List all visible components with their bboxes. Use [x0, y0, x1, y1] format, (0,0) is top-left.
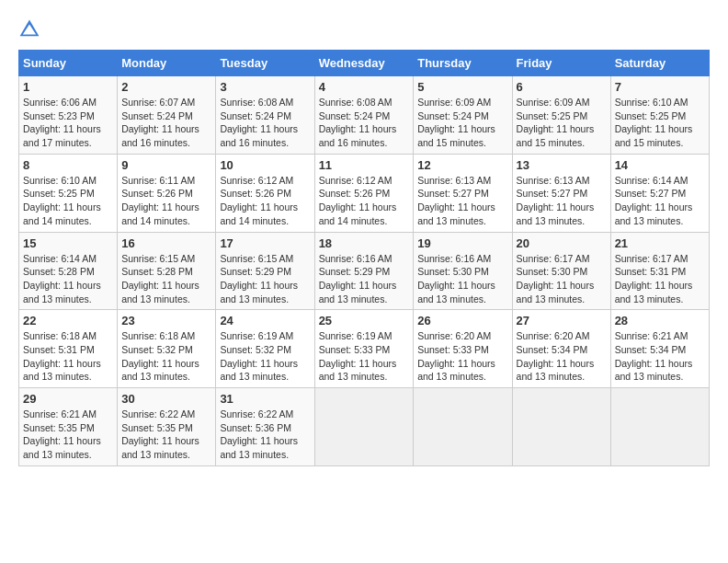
day-number: 26	[417, 314, 507, 327]
day-number: 20	[517, 236, 607, 250]
day-number: 10	[220, 158, 310, 172]
day-info: Sunrise: 6:12 AMSunset: 5:26 PMDaylight:…	[319, 175, 397, 226]
table-row: 8 Sunrise: 6:10 AMSunset: 5:25 PMDayligh…	[19, 154, 118, 232]
day-number: 18	[319, 236, 410, 250]
table-row	[414, 388, 512, 466]
day-info: Sunrise: 6:10 AMSunset: 5:25 PMDaylight:…	[23, 175, 101, 226]
table-row	[610, 388, 709, 466]
calendar-weekday: Thursday	[414, 51, 512, 76]
day-info: Sunrise: 6:20 AMSunset: 5:33 PMDaylight:…	[417, 330, 495, 382]
day-number: 13	[517, 158, 607, 172]
day-number: 6	[517, 80, 607, 94]
day-info: Sunrise: 6:14 AMSunset: 5:27 PMDaylight:…	[615, 175, 693, 226]
day-number: 29	[23, 392, 113, 406]
day-info: Sunrise: 6:08 AMSunset: 5:24 PMDaylight:…	[319, 97, 397, 148]
day-number: 21	[615, 236, 705, 250]
day-info: Sunrise: 6:22 AMSunset: 5:36 PMDaylight:…	[220, 408, 298, 460]
table-row: 16 Sunrise: 6:15 AMSunset: 5:28 PMDaylig…	[118, 232, 216, 310]
day-number: 9	[121, 158, 211, 172]
day-number: 2	[121, 80, 211, 94]
day-info: Sunrise: 6:21 AMSunset: 5:34 PMDaylight:…	[615, 330, 693, 382]
table-row: 18 Sunrise: 6:16 AMSunset: 5:29 PMDaylig…	[314, 232, 414, 310]
day-number: 22	[23, 314, 113, 327]
calendar-weekday: Saturday	[610, 51, 709, 76]
table-row: 26 Sunrise: 6:20 AMSunset: 5:33 PMDaylig…	[414, 310, 512, 388]
table-row: 7 Sunrise: 6:10 AMSunset: 5:25 PMDayligh…	[610, 76, 709, 155]
day-info: Sunrise: 6:07 AMSunset: 5:24 PMDaylight:…	[121, 97, 199, 148]
day-number: 4	[319, 80, 410, 94]
table-row: 12 Sunrise: 6:13 AMSunset: 5:27 PMDaylig…	[414, 154, 512, 232]
table-row: 4 Sunrise: 6:08 AMSunset: 5:24 PMDayligh…	[314, 76, 414, 155]
table-row: 30 Sunrise: 6:22 AMSunset: 5:35 PMDaylig…	[118, 388, 216, 466]
day-info: Sunrise: 6:22 AMSunset: 5:35 PMDaylight:…	[121, 408, 199, 460]
logo	[18, 18, 44, 40]
day-number: 23	[121, 314, 211, 327]
day-number: 19	[417, 236, 507, 250]
table-row: 17 Sunrise: 6:15 AMSunset: 5:29 PMDaylig…	[216, 232, 314, 310]
table-row: 23 Sunrise: 6:18 AMSunset: 5:32 PMDaylig…	[118, 310, 216, 388]
day-info: Sunrise: 6:19 AMSunset: 5:33 PMDaylight:…	[319, 330, 397, 382]
day-number: 15	[23, 236, 113, 250]
table-row: 15 Sunrise: 6:14 AMSunset: 5:28 PMDaylig…	[19, 232, 118, 310]
day-info: Sunrise: 6:18 AMSunset: 5:31 PMDaylight:…	[23, 330, 101, 382]
logo-icon	[18, 18, 40, 40]
calendar-weekday: Tuesday	[216, 51, 314, 76]
day-number: 3	[220, 80, 310, 94]
calendar-weekday: Sunday	[19, 51, 118, 76]
day-info: Sunrise: 6:21 AMSunset: 5:35 PMDaylight:…	[23, 408, 101, 460]
table-row: 14 Sunrise: 6:14 AMSunset: 5:27 PMDaylig…	[610, 154, 709, 232]
table-row: 19 Sunrise: 6:16 AMSunset: 5:30 PMDaylig…	[414, 232, 512, 310]
table-row: 27 Sunrise: 6:20 AMSunset: 5:34 PMDaylig…	[512, 310, 610, 388]
day-info: Sunrise: 6:19 AMSunset: 5:32 PMDaylight:…	[220, 330, 298, 382]
day-info: Sunrise: 6:09 AMSunset: 5:25 PMDaylight:…	[517, 97, 595, 148]
day-number: 7	[615, 80, 705, 94]
day-info: Sunrise: 6:14 AMSunset: 5:28 PMDaylight:…	[23, 253, 101, 304]
day-info: Sunrise: 6:16 AMSunset: 5:30 PMDaylight:…	[417, 253, 495, 304]
day-number: 24	[220, 314, 310, 327]
day-info: Sunrise: 6:09 AMSunset: 5:24 PMDaylight:…	[417, 97, 495, 148]
table-row	[512, 388, 610, 466]
calendar-weekday: Monday	[118, 51, 216, 76]
day-number: 1	[23, 80, 113, 94]
day-info: Sunrise: 6:12 AMSunset: 5:26 PMDaylight:…	[220, 175, 298, 226]
page-header	[18, 18, 710, 40]
table-row: 10 Sunrise: 6:12 AMSunset: 5:26 PMDaylig…	[216, 154, 314, 232]
day-info: Sunrise: 6:18 AMSunset: 5:32 PMDaylight:…	[121, 330, 199, 382]
calendar-weekday: Wednesday	[314, 51, 414, 76]
day-number: 5	[417, 80, 507, 94]
table-row: 13 Sunrise: 6:13 AMSunset: 5:27 PMDaylig…	[512, 154, 610, 232]
table-row: 24 Sunrise: 6:19 AMSunset: 5:32 PMDaylig…	[216, 310, 314, 388]
calendar-table: SundayMondayTuesdayWednesdayThursdayFrid…	[18, 50, 710, 466]
table-row: 25 Sunrise: 6:19 AMSunset: 5:33 PMDaylig…	[314, 310, 414, 388]
day-number: 27	[517, 314, 607, 327]
table-row	[314, 388, 414, 466]
day-info: Sunrise: 6:15 AMSunset: 5:29 PMDaylight:…	[220, 253, 298, 304]
table-row: 3 Sunrise: 6:08 AMSunset: 5:24 PMDayligh…	[216, 76, 314, 155]
day-number: 12	[417, 158, 507, 172]
day-number: 28	[615, 314, 705, 327]
calendar-weekday: Friday	[512, 51, 610, 76]
day-number: 16	[121, 236, 211, 250]
day-info: Sunrise: 6:15 AMSunset: 5:28 PMDaylight:…	[121, 253, 199, 304]
table-row: 6 Sunrise: 6:09 AMSunset: 5:25 PMDayligh…	[512, 76, 610, 155]
day-info: Sunrise: 6:13 AMSunset: 5:27 PMDaylight:…	[517, 175, 595, 226]
table-row: 20 Sunrise: 6:17 AMSunset: 5:30 PMDaylig…	[512, 232, 610, 310]
table-row: 11 Sunrise: 6:12 AMSunset: 5:26 PMDaylig…	[314, 154, 414, 232]
day-info: Sunrise: 6:16 AMSunset: 5:29 PMDaylight:…	[319, 253, 397, 304]
day-info: Sunrise: 6:06 AMSunset: 5:23 PMDaylight:…	[23, 97, 101, 148]
day-info: Sunrise: 6:08 AMSunset: 5:24 PMDaylight:…	[220, 97, 298, 148]
day-number: 11	[319, 158, 410, 172]
day-number: 30	[121, 392, 211, 406]
table-row: 22 Sunrise: 6:18 AMSunset: 5:31 PMDaylig…	[19, 310, 118, 388]
table-row: 21 Sunrise: 6:17 AMSunset: 5:31 PMDaylig…	[610, 232, 709, 310]
table-row: 9 Sunrise: 6:11 AMSunset: 5:26 PMDayligh…	[118, 154, 216, 232]
day-number: 8	[23, 158, 113, 172]
day-info: Sunrise: 6:10 AMSunset: 5:25 PMDaylight:…	[615, 97, 693, 148]
day-info: Sunrise: 6:20 AMSunset: 5:34 PMDaylight:…	[517, 330, 595, 382]
table-row: 1 Sunrise: 6:06 AMSunset: 5:23 PMDayligh…	[19, 76, 118, 155]
day-number: 31	[220, 392, 310, 406]
day-info: Sunrise: 6:13 AMSunset: 5:27 PMDaylight:…	[417, 175, 495, 226]
day-number: 25	[319, 314, 410, 327]
table-row: 29 Sunrise: 6:21 AMSunset: 5:35 PMDaylig…	[19, 388, 118, 466]
day-info: Sunrise: 6:11 AMSunset: 5:26 PMDaylight:…	[121, 175, 199, 226]
